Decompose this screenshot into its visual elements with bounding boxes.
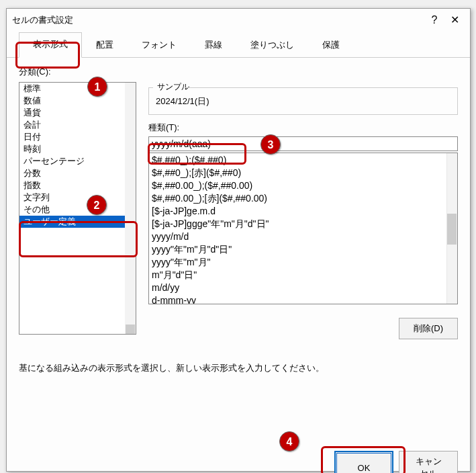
help-button[interactable]: ? [424,11,444,29]
category-item[interactable]: 指数 [19,179,126,191]
category-item[interactable]: その他 [19,204,126,216]
category-item[interactable]: 会計 [19,119,126,131]
category-item[interactable]: パーセンテージ [19,155,126,167]
format-item[interactable]: $#,##0.00_);($#,##0.00) [150,179,456,192]
scrollbar-thumb[interactable] [447,214,457,245]
tab-number-format[interactable]: 表示形式 [19,32,82,58]
sample-value: 2024/12/1(日) [156,96,209,106]
tab-alignment[interactable]: 配置 [82,32,128,58]
format-item[interactable]: $#,##0_);[赤]($#,##0) [150,167,456,179]
annotation-badge-2: 2 [87,195,107,215]
dialog-content: 分類(C): 標準 数値 通貨 会計 日付 時刻 パーセンテージ 分数 指数 文… [7,58,470,382]
scrollbar-vertical[interactable] [446,153,457,304]
tab-bar: 表示形式 配置 フォント 罫線 塗りつぶし 保護 [7,30,470,58]
annotation-badge-4: 4 [279,431,299,452]
sample-box: サンプル 2024/12/1(日) [148,87,458,115]
delete-button[interactable]: 削除(D) [399,318,458,339]
format-item[interactable]: d-mmm-yy [150,294,456,304]
main-layout: 標準 数値 通貨 会計 日付 時刻 パーセンテージ 分数 指数 文字列 その他 … [19,82,458,339]
annotation-badge-1: 1 [87,77,107,97]
format-list[interactable]: $#,##0_);($#,##0) $#,##0_);[赤]($#,##0) $… [148,153,458,304]
format-cells-dialog: セルの書式設定 ? ✕ 表示形式 配置 フォント 罫線 塗りつぶし 保護 分類(… [6,8,471,472]
category-item[interactable]: 文字列 [19,191,126,204]
category-item[interactable]: 標準 [19,83,126,95]
format-item[interactable]: [$-ja-JP]ggge"年"m"月"d"日" [150,218,456,230]
cancel-button[interactable]: キャンセル [399,451,458,473]
ok-button[interactable]: OK [334,451,393,473]
format-item[interactable]: yyyy/m/d [150,230,456,243]
close-button[interactable]: ✕ [444,11,465,29]
scrollbar-vertical[interactable] [125,83,136,334]
category-item-custom[interactable]: ユーザー定義 [19,216,126,228]
category-list[interactable]: 標準 数値 通貨 会計 日付 時刻 パーセンテージ 分数 指数 文字列 その他 … [19,82,136,335]
tab-fill[interactable]: 塗りつぶし [236,32,308,58]
category-item[interactable]: 通貨 [19,107,126,119]
category-item[interactable]: 分数 [19,167,126,179]
right-pane: サンプル 2024/12/1(日) 種類(T): $#,##0_);($#,##… [148,82,458,339]
dialog-title: セルの書式設定 [12,14,424,26]
sample-legend: サンプル [154,81,192,93]
tab-protection[interactable]: 保護 [308,32,354,58]
format-item[interactable]: yyyy"年"m"月" [150,256,456,269]
format-item[interactable]: $#,##0_);($#,##0) [150,154,456,167]
titlebar: セルの書式設定 ? ✕ [7,9,470,30]
category-item[interactable]: 数値 [19,95,126,107]
category-item[interactable]: 時刻 [19,143,126,155]
hint-text: 基になる組み込みの表示形式を選択し、新しい表示形式を入力してください。 [19,362,458,374]
dialog-buttons: OK キャンセル [7,451,470,473]
type-label: 種類(T): [148,122,458,134]
category-label: 分類(C): [19,66,458,78]
annotation-badge-3: 3 [260,134,281,155]
format-item[interactable]: $#,##0.00_);[赤]($#,##0.00) [150,192,456,205]
tab-border[interactable]: 罫線 [191,32,236,58]
category-item[interactable]: 日付 [19,131,126,143]
format-item[interactable]: m"月"d"日" [150,269,456,282]
format-item[interactable]: yyyy"年"m"月"d"日" [150,243,456,256]
tab-font[interactable]: フォント [128,32,191,58]
scrollbar-thumb[interactable] [126,325,135,334]
delete-row: 削除(D) [148,318,458,339]
type-input[interactable] [148,136,458,151]
format-item[interactable]: [$-ja-JP]ge.m.d [150,205,456,218]
format-item[interactable]: m/d/yy [150,282,456,294]
